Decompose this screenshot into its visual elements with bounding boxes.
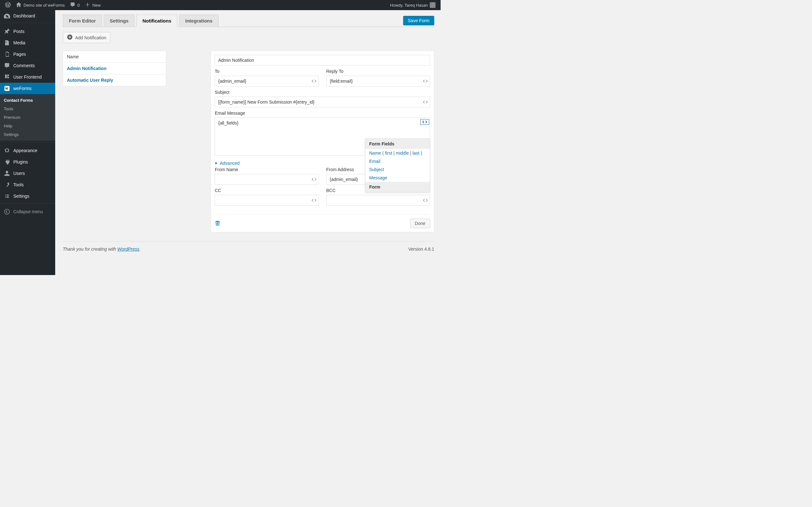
to-input[interactable]	[215, 76, 310, 86]
notification-list-header: Name	[63, 51, 166, 63]
submenu-item-tools[interactable]: Tools	[0, 105, 55, 113]
comments-link[interactable]: 0	[67, 0, 82, 10]
plus-icon	[85, 2, 90, 9]
user-account-link[interactable]: Howdy, Tareq Hasan	[388, 0, 438, 10]
bcc-input[interactable]	[327, 195, 421, 205]
done-button[interactable]: Done	[410, 219, 430, 228]
sidebar-item-users[interactable]: Users	[0, 168, 55, 179]
sidebar-item-label: Posts	[13, 29, 24, 34]
sidebar-item-comments[interactable]: Comments	[0, 60, 55, 71]
cc-label: CC	[215, 188, 319, 193]
weforms-icon	[4, 85, 10, 92]
sidebar-item-label: weForms	[13, 86, 32, 91]
code-toggle-icon[interactable]	[310, 177, 318, 182]
add-notification-button[interactable]: Add Notification	[63, 32, 110, 43]
popup-section-form: Form	[365, 182, 430, 192]
notification-list-row[interactable]: Admin Notification	[63, 63, 166, 74]
comment-icon	[70, 2, 75, 9]
notification-title-input-wrap	[215, 55, 430, 66]
menu-separator	[0, 142, 55, 144]
submenu-item-contact-forms[interactable]: Contact Forms	[0, 96, 55, 105]
popup-section-form-fields: Form Fields	[365, 139, 430, 149]
wp-logo[interactable]	[3, 0, 13, 10]
trash-icon	[215, 222, 220, 227]
sidebar-item-label: Media	[13, 40, 26, 45]
subject-input[interactable]	[215, 97, 421, 107]
submenu-item-premium[interactable]: Premium	[0, 113, 55, 122]
code-toggle-icon[interactable]	[420, 119, 429, 125]
sidebar-item-label: Pages	[13, 52, 26, 57]
plus-circle-icon	[67, 34, 72, 41]
sidebar-item-appearance[interactable]: Appearance	[0, 145, 55, 156]
code-toggle-icon[interactable]	[421, 198, 430, 203]
appearance-icon	[4, 147, 10, 154]
save-form-button[interactable]: Save Form	[403, 16, 434, 25]
sidebar-item-label: Tools	[13, 182, 24, 187]
sidebar-item-settings[interactable]: Settings	[0, 190, 55, 202]
svg-point-1	[4, 209, 9, 214]
notification-list: Name Admin Notification Automatic User R…	[63, 51, 166, 86]
cc-input[interactable]	[215, 195, 310, 205]
sidebar-item-label: Collapse menu	[13, 209, 43, 214]
sidebar-item-weforms[interactable]: weForms	[0, 83, 55, 94]
tab-form-editor[interactable]: Form Editor	[63, 14, 102, 26]
sidebar-item-label: Settings	[13, 193, 30, 199]
wordpress-link[interactable]: WordPress	[117, 246, 139, 251]
from-name-input[interactable]	[215, 174, 310, 184]
code-toggle-icon[interactable]	[310, 198, 318, 203]
submenu-item-settings[interactable]: Settings	[0, 130, 55, 139]
sidebar-item-tools[interactable]: Tools	[0, 179, 55, 190]
comments-count: 0	[78, 3, 80, 8]
sidebar-item-posts[interactable]: Posts	[0, 26, 55, 37]
form-tabs: Form Editor Settings Notifications Integ…	[63, 14, 434, 27]
avatar	[430, 2, 436, 8]
code-toggle-icon[interactable]	[421, 100, 430, 105]
sidebar-item-userfrontend[interactable]: User Frontend	[0, 71, 55, 83]
popup-field-subject[interactable]: Subject	[365, 165, 430, 174]
advanced-label: Advanced	[220, 161, 240, 166]
code-toggle-icon[interactable]	[310, 78, 318, 83]
popup-field-email[interactable]: Email	[365, 157, 430, 165]
media-icon	[4, 40, 10, 46]
tools-icon	[4, 181, 10, 188]
sidebar-item-media[interactable]: Media	[0, 37, 55, 49]
to-label: To	[215, 69, 319, 74]
popup-field-message[interactable]: Message	[365, 174, 430, 182]
from-name-label: From Name	[215, 167, 319, 172]
sidebar-item-plugins[interactable]: Plugins	[0, 156, 55, 168]
sidebar-item-label: Dashboard	[13, 13, 35, 18]
weforms-submenu: Contact Forms Tools Premium Help Setting…	[0, 94, 55, 141]
sidebar-item-pages[interactable]: Pages	[0, 49, 55, 60]
message-label: Email Message	[215, 111, 430, 116]
code-toggle-icon[interactable]	[421, 78, 430, 83]
sidebar-item-label: Comments	[13, 63, 35, 68]
plugin-icon	[4, 159, 10, 165]
reply-to-input[interactable]	[327, 76, 421, 86]
new-content-link[interactable]: New	[82, 0, 103, 10]
advanced-toggle[interactable]: Advanced	[215, 161, 240, 166]
popup-field-name[interactable]: Name ( first | middle | last )	[365, 149, 430, 157]
add-notification-label: Add Notification	[75, 35, 106, 40]
home-icon	[16, 2, 21, 9]
tab-integrations[interactable]: Integrations	[179, 14, 218, 26]
sidebar-item-label: Appearance	[13, 148, 38, 153]
tab-notifications[interactable]: Notifications	[136, 14, 177, 27]
tab-settings[interactable]: Settings	[104, 14, 135, 26]
delete-notification-button[interactable]	[215, 220, 220, 227]
user-icon	[4, 170, 10, 176]
wordpress-icon	[5, 2, 11, 9]
admin-bar: Demo site of weForms 0 New Howdy, Tareq …	[0, 0, 441, 10]
notification-list-row[interactable]: Automatic User Reply	[63, 74, 166, 86]
sidebar-item-label: Plugins	[13, 159, 28, 164]
notification-title-input[interactable]	[215, 55, 430, 65]
sidebar-item-label: Users	[13, 171, 25, 176]
site-title-text: Demo site of weForms	[23, 3, 65, 8]
sidebar-item-collapse[interactable]: Collapse menu	[0, 206, 55, 217]
submenu-item-help[interactable]: Help	[0, 122, 55, 130]
menu-separator	[0, 203, 55, 205]
subject-label: Subject	[215, 90, 430, 95]
admin-menu: Dashboard Posts Media Pages Comments Use…	[0, 10, 55, 275]
wp-footer: Thank you for creating with WordPress. V…	[63, 241, 434, 254]
site-link[interactable]: Demo site of weForms	[13, 0, 67, 10]
sidebar-item-dashboard[interactable]: Dashboard	[0, 10, 55, 21]
